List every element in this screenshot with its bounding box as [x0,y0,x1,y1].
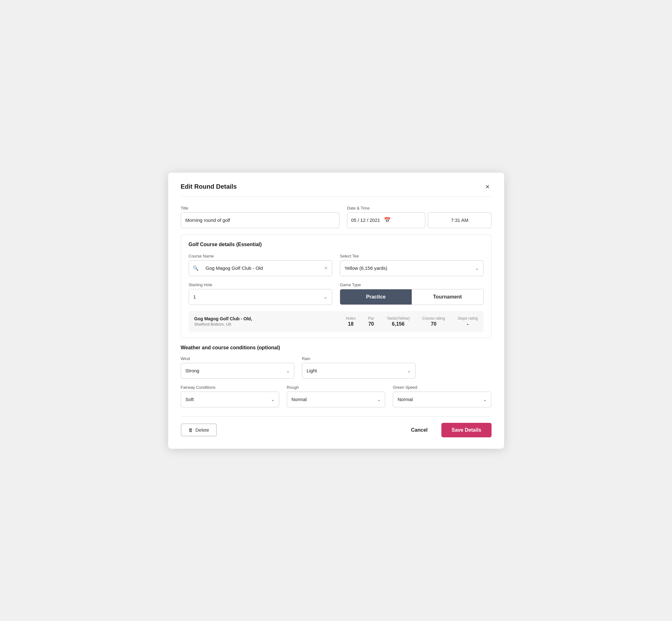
fairway-rough-green-row: Fairway Conditions Soft ⌄ Rough Normal ⌄ [181,385,492,407]
hole-gametype-row: Starting Hole 1 ⌄ Game Type Practice Tou… [189,282,484,305]
select-tee-value: Yellow (6,156 yards) [344,265,387,271]
course-name-label: Course Name [189,254,333,258]
title-input[interactable] [181,212,339,228]
course-name-input[interactable] [201,261,322,276]
rough-group: Rough Normal ⌄ [287,385,385,407]
fairway-select-wrapper: Soft ⌄ [181,391,279,407]
par-label: Par [368,316,374,321]
rough-select[interactable]: Normal [287,391,385,407]
cancel-button[interactable]: Cancel [405,424,434,436]
holes-stat: Holes 18 [346,316,355,327]
starting-hole-label: Starting Hole [189,282,333,287]
modal-header: Edit Round Details × [181,183,492,197]
yards-stat: Yards(Yellow) 6,156 [387,316,410,327]
green-speed-label: Green Speed [393,385,491,390]
game-type-label: Game Type [340,282,484,287]
rain-label: Rain [302,356,416,361]
wind-label: Wind [181,356,294,361]
course-location: Shelford Bottom, UK [194,322,333,327]
rain-select[interactable]: Light [302,363,416,379]
date-field[interactable]: 05 / 12 / 2021 📅 [347,212,425,228]
starting-hole-field[interactable]: 1 ⌄ [189,289,333,305]
time-field[interactable]: 7:31 AM [428,212,491,228]
course-rating-stat: Course rating 70 [422,316,445,327]
course-rating-value: 70 [431,321,437,327]
wind-group: Wind Strong ⌄ [181,356,294,379]
tournament-button[interactable]: Tournament [412,289,483,304]
title-field-group: Title [181,206,339,228]
practice-button[interactable]: Practice [340,289,412,304]
holes-value: 18 [348,321,354,327]
footer-right: Cancel Save Details [405,423,492,437]
chevron-down-icon: ⌄ [475,266,479,271]
green-speed-group: Green Speed Normal ⌄ [393,385,491,407]
starting-hole-value: 1 [194,294,196,299]
course-rating-label: Course rating [422,316,445,321]
par-stat: Par 70 [368,316,374,327]
select-tee-label: Select Tee [340,254,484,258]
select-tee-group: Select Tee Yellow (6,156 yards) ⌄ [340,254,484,276]
wind-select[interactable]: Strong [181,363,294,379]
course-info-bar: Gog Magog Golf Club - Old, Shelford Bott… [189,311,484,332]
holes-label: Holes [346,316,355,321]
modal-title: Edit Round Details [181,183,237,190]
chevron-down-icon: ⌄ [324,294,328,299]
edit-round-modal: Edit Round Details × Title Date & Time 0… [168,173,504,449]
save-button[interactable]: Save Details [442,423,491,437]
delete-label: Delete [196,427,209,432]
clear-icon[interactable]: ✕ [324,265,328,271]
golf-course-title: Golf Course details (Essential) [189,242,484,247]
trash-icon: 🗑 [188,427,193,432]
rough-label: Rough [287,385,385,390]
wind-rain-row: Wind Strong ⌄ Rain Light ⌄ [181,356,492,379]
datetime-field-group: Date & Time 05 / 12 / 2021 📅 7:31 AM [347,206,492,228]
green-speed-select[interactable]: Normal [393,391,491,407]
date-value: 05 / 12 / 2021 [351,217,380,223]
weather-section-title: Weather and course conditions (optional) [181,345,492,350]
fairway-group: Fairway Conditions Soft ⌄ [181,385,279,407]
course-tee-row: Course Name 🔍 ✕ Select Tee Yellow (6,156… [189,254,484,276]
golf-course-section: Golf Course details (Essential) Course N… [181,235,492,338]
fairway-label: Fairway Conditions [181,385,279,390]
date-time-row: 05 / 12 / 2021 📅 7:31 AM [347,212,492,228]
yards-value: 6,156 [392,321,405,327]
yards-label: Yards(Yellow) [387,316,410,321]
course-name-group: Course Name 🔍 ✕ [189,254,333,276]
course-name-field[interactable]: 🔍 ✕ [189,260,333,276]
search-icon: 🔍 [193,265,199,271]
close-button[interactable]: × [484,183,492,191]
slope-rating-value: - [467,321,468,327]
select-tee-field[interactable]: Yellow (6,156 yards) ⌄ [340,260,484,276]
calendar-icon: 📅 [384,217,390,223]
rain-group: Rain Light ⌄ [302,356,416,379]
delete-button[interactable]: 🗑 Delete [181,423,217,437]
rain-select-wrapper: Light ⌄ [302,363,416,379]
par-value: 70 [368,321,374,327]
fairway-select[interactable]: Soft [181,391,279,407]
slope-rating-label: Slope rating [458,316,478,321]
title-datetime-row: Title Date & Time 05 / 12 / 2021 📅 7:31 … [181,206,492,228]
green-speed-select-wrapper: Normal ⌄ [393,391,491,407]
course-name-display: Gog Magog Golf Club - Old, [194,316,333,321]
weather-conditions-section: Weather and course conditions (optional)… [181,345,492,407]
wind-select-wrapper: Strong ⌄ [181,363,294,379]
rough-select-wrapper: Normal ⌄ [287,391,385,407]
spacer [423,356,491,379]
title-label: Title [181,206,339,210]
game-type-toggle: Practice Tournament [340,289,484,305]
starting-hole-group: Starting Hole 1 ⌄ [189,282,333,305]
datetime-label: Date & Time [347,206,492,210]
course-info-name: Gog Magog Golf Club - Old, Shelford Bott… [194,316,333,327]
slope-rating-stat: Slope rating - [458,316,478,327]
time-value: 7:31 AM [451,217,468,223]
game-type-group: Game Type Practice Tournament [340,282,484,305]
modal-footer: 🗑 Delete Cancel Save Details [181,416,492,437]
